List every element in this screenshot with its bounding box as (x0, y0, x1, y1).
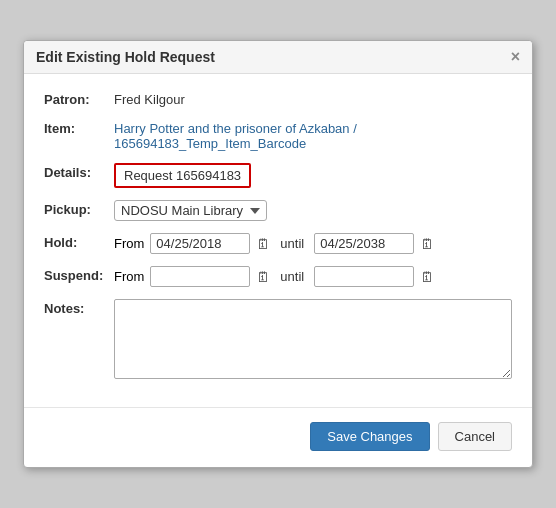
details-value: Request 165694183 (114, 163, 251, 188)
suspend-label: Suspend: (44, 266, 114, 283)
pickup-select[interactable]: NDOSU Main Library (114, 200, 267, 221)
suspend-from-input[interactable] (150, 266, 250, 287)
item-value: Harry Potter and the prisoner of Azkaban… (114, 119, 512, 151)
hold-date-row: From 🗓 until 🗓 (114, 233, 434, 254)
patron-row: Patron: Fred Kilgour (44, 90, 512, 107)
patron-label: Patron: (44, 90, 114, 107)
hold-row: Hold: From 🗓 until 🗓 (44, 233, 512, 254)
edit-hold-dialog: Edit Existing Hold Request × Patron: Fre… (23, 40, 533, 468)
pickup-row: Pickup: NDOSU Main Library (44, 200, 512, 221)
suspend-from-calendar-icon[interactable]: 🗓 (256, 269, 270, 285)
suspend-row: Suspend: From 🗓 until 🗓 (44, 266, 512, 287)
patron-value: Fred Kilgour (114, 90, 185, 107)
dialog-footer: Save Changes Cancel (24, 412, 532, 467)
suspend-until-calendar-icon[interactable]: 🗓 (420, 269, 434, 285)
details-row: Details: Request 165694183 (44, 163, 512, 188)
notes-textarea[interactable] (114, 299, 512, 379)
hold-until-label: until (280, 236, 304, 251)
hold-from-label: From (114, 236, 144, 251)
suspend-until-input[interactable] (314, 266, 414, 287)
suspend-from-label: From (114, 269, 144, 284)
item-label: Item: (44, 119, 114, 136)
hold-label: Hold: (44, 233, 114, 250)
cancel-button[interactable]: Cancel (438, 422, 512, 451)
save-button[interactable]: Save Changes (310, 422, 429, 451)
dialog-body: Patron: Fred Kilgour Item: Harry Potter … (24, 74, 532, 407)
notes-row: Notes: (44, 299, 512, 379)
dialog-header: Edit Existing Hold Request × (24, 41, 532, 74)
dialog-title: Edit Existing Hold Request (36, 49, 215, 65)
close-button[interactable]: × (511, 49, 520, 65)
details-label: Details: (44, 163, 114, 180)
item-row: Item: Harry Potter and the prisoner of A… (44, 119, 512, 151)
notes-label: Notes: (44, 299, 114, 316)
suspend-until-label: until (280, 269, 304, 284)
pickup-label: Pickup: (44, 200, 114, 217)
footer-divider (24, 407, 532, 408)
suspend-date-row: From 🗓 until 🗓 (114, 266, 434, 287)
hold-until-calendar-icon[interactable]: 🗓 (420, 236, 434, 252)
hold-from-calendar-icon[interactable]: 🗓 (256, 236, 270, 252)
hold-until-input[interactable] (314, 233, 414, 254)
hold-from-input[interactable] (150, 233, 250, 254)
